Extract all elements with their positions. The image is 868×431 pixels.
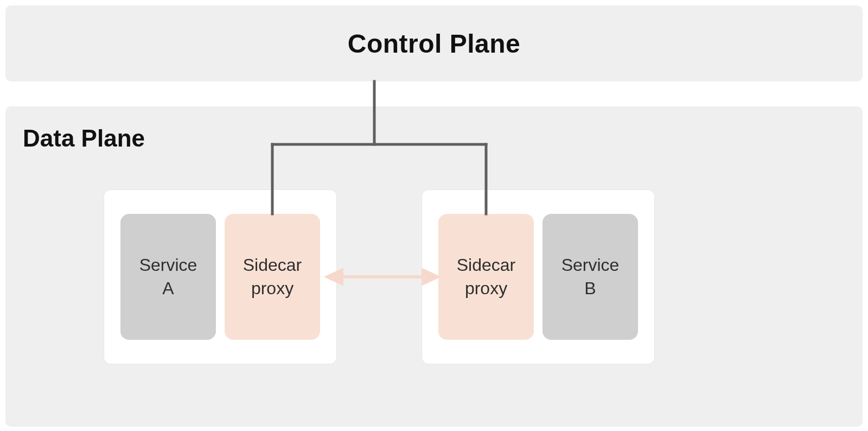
sidecar-a-label: Sidecarproxy bbox=[243, 253, 302, 300]
service-b-box: ServiceB bbox=[542, 214, 638, 340]
data-plane-panel: Data Plane ServiceA Sidecarproxy Sidecar… bbox=[5, 106, 863, 427]
control-plane-panel: Control Plane bbox=[5, 5, 863, 81]
pod-b: Sidecarproxy ServiceB bbox=[422, 190, 654, 364]
service-a-label: ServiceA bbox=[139, 253, 197, 300]
pod-a: ServiceA Sidecarproxy bbox=[104, 190, 336, 364]
control-plane-title: Control Plane bbox=[348, 29, 521, 59]
diagram-root: Control Plane Data Plane ServiceA Sideca… bbox=[0, 0, 868, 431]
sidecar-b-label: Sidecarproxy bbox=[457, 253, 516, 300]
sidecar-a-box: Sidecarproxy bbox=[225, 214, 320, 340]
data-plane-title: Data Plane bbox=[23, 125, 145, 152]
sidecar-b-box: Sidecarproxy bbox=[438, 214, 534, 340]
service-b-label: ServiceB bbox=[561, 253, 620, 300]
service-a-box: ServiceA bbox=[120, 214, 216, 340]
